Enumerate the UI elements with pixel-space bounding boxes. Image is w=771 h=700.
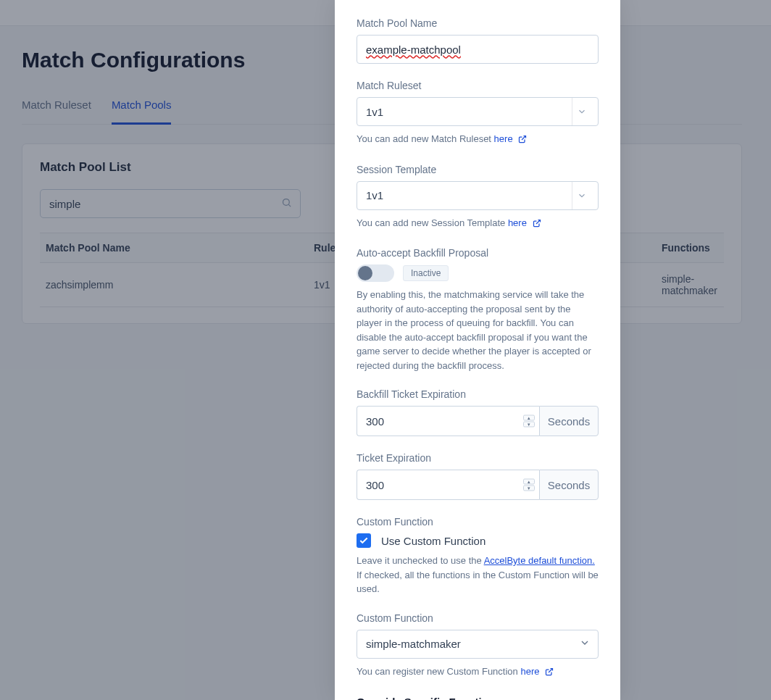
hint-custom-function: Leave it unchecked to use the AccelByte … — [357, 554, 599, 596]
match-pool-drawer: Match Pool Name example-matchpool Match … — [335, 0, 620, 700]
svg-line-3 — [536, 220, 541, 224]
heading-override: Override Specific Function — [357, 696, 599, 700]
desc-auto-accept: By enabling this, the matchmaking servic… — [357, 288, 599, 372]
input-match-pool-name[interactable]: example-matchpool — [357, 35, 599, 64]
external-link-icon — [518, 133, 527, 148]
hint-match-ruleset: You can add new Match Ruleset here — [357, 132, 599, 148]
label-match-ruleset: Match Ruleset — [357, 80, 599, 91]
toggle-auto-accept[interactable] — [357, 264, 394, 282]
input-backfill-expiration[interactable] — [357, 407, 539, 436]
number-stepper[interactable]: ▴▾ — [523, 479, 535, 491]
tab-match-pools[interactable]: Match Pools — [112, 93, 172, 125]
hint-session-template: You can add new Session Template here — [357, 216, 599, 232]
unit-seconds: Seconds — [539, 406, 599, 436]
input-ticket-expiration[interactable] — [357, 470, 539, 499]
link-add-ruleset[interactable]: here — [494, 133, 513, 144]
checkbox-use-custom-function[interactable] — [357, 533, 371, 548]
unit-seconds: Seconds — [539, 470, 599, 500]
external-link-icon — [533, 217, 541, 232]
label-custom-function: Custom Function — [357, 516, 599, 528]
link-add-session-template[interactable]: here — [508, 217, 527, 228]
label-backfill-expiration: Backfill Ticket Expiration — [357, 388, 599, 400]
search-input[interactable] — [40, 189, 301, 218]
select-match-ruleset[interactable]: 1v1 — [357, 97, 599, 126]
label-ticket-expiration: Ticket Expiration — [357, 452, 599, 464]
link-default-function[interactable]: AccelByte default function. — [484, 555, 595, 566]
number-stepper[interactable]: ▴▾ — [523, 415, 535, 428]
col-header-functions: Functions — [656, 233, 724, 263]
checkbox-label: Use Custom Function — [381, 535, 485, 547]
label-match-pool-name: Match Pool Name — [357, 17, 599, 29]
col-header-name: Match Pool Name — [40, 233, 308, 263]
svg-line-2 — [522, 136, 526, 141]
chevron-down-icon — [572, 182, 591, 209]
label-custom-function-select: Custom Function — [357, 612, 599, 624]
cell-functions: simple-matchmaker — [656, 263, 724, 307]
select-custom-function[interactable]: simple-matchmaker — [357, 630, 599, 659]
label-session-template: Session Template — [357, 164, 599, 175]
hint-register-function: You can register new Custom Function her… — [357, 664, 599, 680]
chevron-down-icon — [579, 637, 591, 651]
chevron-down-icon — [572, 98, 591, 125]
svg-line-1 — [288, 204, 291, 207]
svg-point-0 — [283, 199, 290, 206]
label-auto-accept: Auto-accept Backfill Proposal — [357, 247, 599, 259]
external-link-icon — [545, 666, 554, 680]
tab-match-ruleset[interactable]: Match Ruleset — [22, 93, 91, 125]
cell-name: zachsimplemm — [40, 263, 308, 307]
status-badge: Inactive — [403, 265, 449, 281]
select-session-template[interactable]: 1v1 — [357, 181, 599, 210]
link-register-function[interactable]: here — [520, 666, 539, 677]
search-icon — [281, 197, 292, 210]
svg-line-4 — [549, 668, 553, 672]
